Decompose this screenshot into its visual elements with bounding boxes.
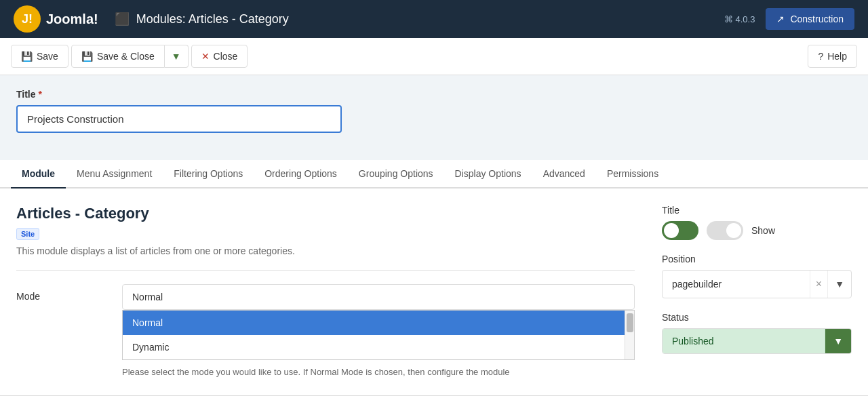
joomla-logo-icon: J! — [14, 5, 41, 33]
position-clear-button[interactable]: × — [810, 271, 827, 298]
toggle-thumb — [664, 223, 679, 238]
help-label: Help — [827, 51, 847, 62]
position-chevron-icon[interactable]: ▼ — [827, 271, 851, 298]
tab-display-options[interactable]: Display Options — [444, 160, 532, 189]
status-select[interactable]: Published ▼ — [662, 328, 852, 354]
construction-label: Construction — [790, 14, 844, 24]
modules-icon: ⬛ — [115, 12, 130, 26]
logo-text: Joomla! — [46, 12, 98, 27]
scroll-thumb — [627, 313, 633, 332]
toggle-thumb-off — [726, 223, 741, 238]
tab-permissions[interactable]: Permissions — [596, 160, 669, 189]
header-right: ⌘ 4.0.3 ↗ Construction — [724, 8, 854, 30]
save-dropdown-button[interactable]: ▼ — [165, 45, 189, 68]
mode-select[interactable]: Normal ▼ — [122, 284, 635, 310]
close-button[interactable]: ✕ Close — [191, 45, 248, 68]
module-body: Articles - Category Site This module dis… — [0, 189, 868, 395]
close-icon: ✕ — [201, 51, 210, 62]
mode-control: Normal ▼ 1 — [122, 284, 635, 379]
header: J! Joomla! ⬛ Modules: Articles - Categor… — [0, 0, 868, 38]
main-content: Title * — [0, 75, 868, 146]
external-link-icon: ↗ — [776, 14, 785, 24]
help-button[interactable]: ? Help — [808, 45, 857, 68]
logo[interactable]: J! Joomla! — [14, 5, 98, 33]
required-indicator: * — [38, 89, 41, 100]
dropdown-item-dynamic[interactable]: Dynamic — [123, 335, 634, 359]
save-close-icon: 💾 — [81, 51, 93, 62]
save-close-button[interactable]: 💾 Save & Close — [71, 45, 165, 68]
mode-dropdown-list: 1 Normal 2 — [122, 310, 635, 360]
module-right: Title Show Position pagebuilder × ▼ Stat… — [662, 205, 852, 379]
tab-grouping-options[interactable]: Grouping Options — [348, 160, 444, 189]
close-label: Close — [214, 51, 238, 62]
save-button[interactable]: 💾 Save — [11, 45, 68, 68]
title-toggle[interactable] — [662, 221, 698, 240]
tab-menu-assignment[interactable]: Menu Assignment — [66, 160, 163, 189]
save-close-group: 💾 Save & Close ▼ — [71, 45, 189, 68]
version-text: ⌘ 4.0.3 — [724, 14, 755, 24]
mode-field-row: Mode Normal ▼ — [16, 284, 635, 379]
construction-button[interactable]: ↗ Construction — [766, 8, 854, 30]
dropdown-item-normal[interactable]: Normal — [123, 311, 634, 335]
scrollbar — [625, 311, 634, 359]
save-icon: 💾 — [21, 51, 33, 62]
module-description: This module displays a list of articles … — [16, 245, 635, 256]
title-right-label: Title — [662, 205, 852, 216]
position-value: pagebuilder — [663, 272, 810, 296]
show-label: Show — [751, 225, 775, 236]
site-badge: Site — [16, 228, 39, 240]
tab-filtering-options[interactable]: Filtering Options — [163, 160, 254, 189]
status-chevron-icon[interactable]: ▼ — [825, 329, 851, 353]
header-title: ⬛ Modules: Articles - Category — [115, 12, 724, 26]
chevron-down-icon: ▼ — [172, 51, 181, 62]
status-label: Status — [662, 312, 852, 323]
tab-advanced[interactable]: Advanced — [532, 160, 596, 189]
module-left: Articles - Category Site This module dis… — [16, 205, 635, 379]
save-label: Save — [37, 51, 58, 62]
save-close-label: Save & Close — [97, 51, 155, 62]
position-label: Position — [662, 254, 852, 264]
title-field: Title * — [16, 89, 852, 133]
toolbar: 💾 Save 💾 Save & Close ▼ ✕ Close ? Help — [0, 38, 868, 75]
position-select[interactable]: pagebuilder × ▼ — [662, 270, 852, 298]
title-toggle-row: Show — [662, 221, 852, 240]
tab-module[interactable]: Module — [11, 160, 66, 189]
tabs: Module Menu Assignment Filtering Options… — [0, 160, 868, 189]
mode-hint: Please select the mode you would like to… — [122, 365, 635, 379]
module-title: Articles - Category — [16, 205, 635, 222]
page-title: Modules: Articles - Category — [136, 12, 289, 26]
svg-text:J!: J! — [22, 12, 33, 26]
status-value: Published — [663, 329, 825, 353]
tabs-container: Module Menu Assignment Filtering Options… — [0, 160, 868, 396]
help-icon: ? — [818, 51, 823, 62]
annotation-container: Normal ▼ 1 — [122, 284, 635, 379]
title-label: Title * — [16, 89, 852, 100]
mode-label: Mode — [16, 284, 111, 302]
title-toggle-off[interactable] — [707, 221, 743, 240]
tab-ordering-options[interactable]: Ordering Options — [254, 160, 348, 189]
divider — [16, 270, 635, 271]
mode-selected-value: Normal — [132, 292, 163, 302]
title-input[interactable] — [16, 105, 342, 133]
